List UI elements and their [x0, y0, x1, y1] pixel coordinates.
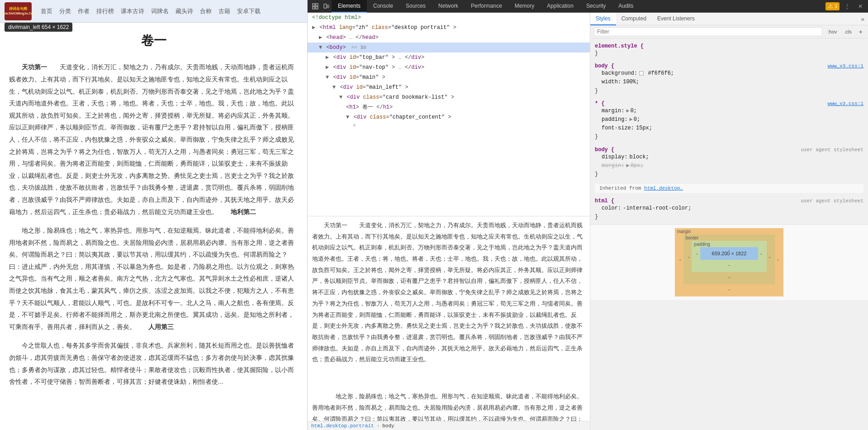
nav-textbook[interactable]: 课本古诗 — [121, 7, 144, 15]
tab-sources[interactable]: Sources — [399, 0, 432, 13]
nav-acrostic[interactable]: 藏头诗 — [175, 7, 193, 15]
right-styles-col: Styles Computed Event Listeners » :hov .… — [590, 13, 868, 430]
tab-network[interactable]: Network — [432, 0, 465, 13]
rule-header-element: element.style { — [595, 43, 863, 49]
rule-prop-margin: margin: ▶ 0; — [595, 107, 863, 115]
tree-div-main-left[interactable]: ▼ <div id="main_left" > — [308, 82, 590, 92]
tab-console[interactable]: Console — [367, 0, 399, 13]
nav-ranking[interactable]: 排行榜 — [96, 7, 114, 15]
inspect-icon[interactable] — [310, 0, 321, 13]
styles-filter-bar: :hov .cls + — [590, 25, 868, 38]
svg-rect-4 — [324, 4, 327, 8]
styles-tabs: Styles Computed Event Listeners » — [590, 13, 868, 25]
rule-html-ua: html { user agent stylesheet color: -int… — [590, 196, 868, 224]
devtools-main: Elements Console Sources Network Perform… — [308, 0, 868, 430]
border-left-value: - — [688, 254, 690, 259]
svg-rect-0 — [313, 4, 315, 6]
nav-home[interactable]: 首页 — [41, 7, 52, 15]
nav-alias[interactable]: 合称 — [200, 7, 212, 15]
add-style-button[interactable]: + — [857, 28, 864, 35]
inherited-link[interactable]: html.desktop… — [644, 186, 683, 191]
nav-links: 首页 分类 作者 排行榜 课本古诗 词牌名 藏头诗 合称 古籍 安卓下载 — [41, 7, 261, 15]
tab-memory[interactable]: Memory — [508, 0, 541, 13]
rule-prop-display: display: block; — [595, 153, 863, 162]
svg-rect-5 — [327, 5, 329, 8]
chapter-title: 卷一 — [9, 29, 298, 52]
nav-author[interactable]: 作者 — [78, 7, 90, 15]
site-logo: 诗词名句网www.ShiCiMingJu.Com — [5, 2, 32, 20]
tree-doctype[interactable]: <!doctype html> — [308, 13, 590, 23]
tab-styles[interactable]: Styles — [590, 13, 616, 25]
color-swatch-bg[interactable] — [639, 71, 644, 76]
tab-computed[interactable]: Computed — [616, 13, 652, 25]
cls-button[interactable]: .cls — [842, 28, 854, 35]
breadcrumb-html[interactable]: html.desktop.portrait — [311, 423, 374, 429]
tab-elements[interactable]: Elements — [332, 0, 367, 13]
tree-head[interactable]: ▶ <head> … </head> — [308, 33, 590, 43]
pseudo-button[interactable]: :hov — [826, 28, 839, 35]
rule-prop-width: width: 100%; — [595, 78, 863, 86]
app-wrapper: div#main_left 654 × 1622 诗词名句网www.ShiCiM… — [0, 0, 868, 430]
rule-prop-background: background: #f6f6f6; — [595, 69, 863, 78]
tab-security[interactable]: Security — [580, 0, 612, 13]
tab-performance[interactable]: Performance — [465, 0, 508, 13]
box-padding: padding - - 659.200 × 1822 — [692, 241, 766, 272]
rule-inherited-header: Inherited from html.desktop… — [590, 182, 868, 196]
nav-category[interactable]: 分类 — [59, 7, 71, 15]
styles-filter-input[interactable] — [594, 27, 822, 36]
breadcrumb-body[interactable]: body — [382, 423, 394, 429]
devtools-tabs: Elements Console Sources Network Perform… — [308, 0, 868, 13]
box-model-container: margin - - border - - — [590, 224, 868, 300]
rule-source-html-ua: user agent stylesheet — [801, 198, 863, 204]
section1-content: 天功第一 天道变化，消长万汇，契地之力，乃有成尔。天贵而地贱，天动而地静，贵者运… — [9, 61, 298, 218]
rule-body-1: body { www_v3.css:1 background: #f6f6f6;… — [590, 61, 868, 98]
chinese-section: 天功第一 天道变化，消长万汇，契地之力，乃有成尔。天贵而地贱，天动而地静，贵者运… — [308, 216, 590, 421]
tab-application[interactable]: Application — [541, 0, 580, 13]
rule-close-body-ua: } — [595, 170, 863, 179]
tree-html[interactable]: ▶ <html lang="zh" class="desktop portrai… — [308, 23, 590, 33]
tree-text-quote[interactable]: " — [308, 122, 590, 132]
rule-body-ua: body { user agent stylesheet display: bl… — [590, 144, 868, 182]
tree-div-nav-top[interactable]: ▶ <div id="nav-top" > … </div> — [308, 62, 590, 72]
close-devtools-icon[interactable]: ✕ — [855, 0, 866, 13]
rule-close-html-ua: } — [595, 213, 863, 221]
rule-close-star: } — [595, 133, 863, 141]
rule-prop-color: color: -internal-root-color; — [595, 204, 863, 213]
section3-content: 今之世取人也，每务其多学而舍其偏技，非良术也。兵家所利，随其长短而用之也。是以善… — [9, 339, 298, 387]
tree-body[interactable]: ▼ <body> == $0 — [308, 43, 590, 53]
device-icon[interactable] — [321, 0, 332, 13]
styles-tab-more[interactable]: » — [857, 13, 868, 25]
section2-content: 地之形，险易殊也；地之气，寒热异也。用形与气，在知逆顺焉。昧此道者，不能得地利必… — [9, 225, 298, 333]
rule-close-element: } — [595, 49, 863, 58]
svg-rect-1 — [316, 4, 318, 6]
tree-div-top-bar[interactable]: ▶ <div id="top_bar" > … </div> — [308, 53, 590, 62]
svg-rect-3 — [316, 7, 318, 9]
chinese-para1: 天功第一 天道变化，消长万汇，契地之力，乃有成尔。天贵而地贱，天动而地静，贵者运… — [312, 220, 585, 365]
warning-count: 3 — [835, 4, 837, 9]
dom-section[interactable]: <!doctype html> ▶ <html lang="zh" class=… — [308, 13, 590, 216]
section3-title: 人用第三 — [148, 323, 174, 330]
tree-div-chapter[interactable]: ▼ <div class="chapter_content" > — [308, 112, 590, 122]
border-bottom-value: - — [688, 274, 771, 280]
nav-download[interactable]: 安卓下载 — [237, 7, 261, 15]
styles-rules: element.style { } body { www_v3.css:1 — [590, 38, 868, 430]
tab-audits[interactable]: Audits — [612, 0, 640, 13]
rule-element-style: element.style { } — [590, 41, 868, 61]
tab-event-listeners[interactable]: Event Listeners — [652, 13, 700, 25]
tree-h1[interactable]: <h1> 卷一 </h1> — [308, 102, 590, 112]
warning-badge: ⚠ 3 — [825, 2, 840, 10]
rule-source-ua: user agent stylesheet — [801, 147, 863, 153]
border-right-value: - — [769, 254, 771, 259]
tree-div-main[interactable]: ▼ <div id="main" > — [308, 72, 590, 82]
nav-classics[interactable]: 古籍 — [218, 7, 230, 15]
rule-close-body1: } — [595, 87, 863, 96]
more-tools-icon[interactable]: ⋮ — [842, 0, 853, 13]
box-border: border - - padding - — [683, 234, 775, 284]
rule-header-html-ua: html { user agent stylesheet — [595, 198, 863, 204]
rule-source-body1[interactable]: www_v3.css:1 — [828, 63, 863, 69]
nav-cipai[interactable]: 词牌名 — [151, 7, 169, 15]
rule-star: * { www_v3.css:1 margin: ▶ 0; padding: ▶… — [590, 98, 868, 144]
rule-source-star[interactable]: www_v3.css:1 — [828, 101, 863, 106]
tree-div-card[interactable]: ▼ <div class="card bookmark-list" > — [308, 92, 590, 102]
rule-prop-margin-ua: margin: ▶ 8px; — [595, 162, 863, 170]
